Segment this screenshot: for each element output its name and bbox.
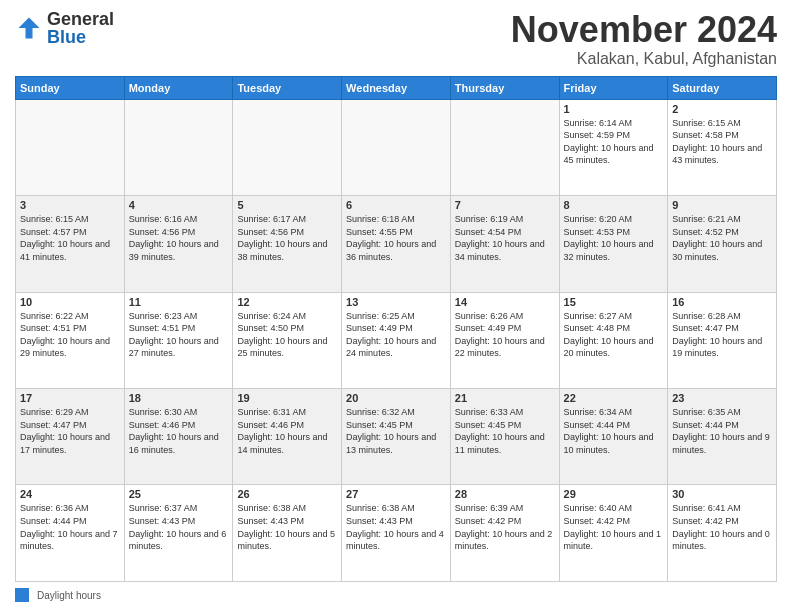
day-number: 26 xyxy=(237,488,337,500)
table-row: 12Sunrise: 6:24 AM Sunset: 4:50 PM Dayli… xyxy=(233,292,342,388)
calendar-table: Sunday Monday Tuesday Wednesday Thursday… xyxy=(15,76,777,582)
day-detail: Sunrise: 6:35 AM Sunset: 4:44 PM Dayligh… xyxy=(672,406,772,456)
day-detail: Sunrise: 6:19 AM Sunset: 4:54 PM Dayligh… xyxy=(455,213,555,263)
day-detail: Sunrise: 6:33 AM Sunset: 4:45 PM Dayligh… xyxy=(455,406,555,456)
table-row: 20Sunrise: 6:32 AM Sunset: 4:45 PM Dayli… xyxy=(342,389,451,485)
table-row: 2Sunrise: 6:15 AM Sunset: 4:58 PM Daylig… xyxy=(668,99,777,195)
table-row: 15Sunrise: 6:27 AM Sunset: 4:48 PM Dayli… xyxy=(559,292,668,388)
table-row: 21Sunrise: 6:33 AM Sunset: 4:45 PM Dayli… xyxy=(450,389,559,485)
table-row: 8Sunrise: 6:20 AM Sunset: 4:53 PM Daylig… xyxy=(559,196,668,292)
calendar-week-row: 1Sunrise: 6:14 AM Sunset: 4:59 PM Daylig… xyxy=(16,99,777,195)
day-detail: Sunrise: 6:15 AM Sunset: 4:58 PM Dayligh… xyxy=(672,117,772,167)
table-row: 9Sunrise: 6:21 AM Sunset: 4:52 PM Daylig… xyxy=(668,196,777,292)
day-number: 2 xyxy=(672,103,772,115)
day-number: 16 xyxy=(672,296,772,308)
table-row: 6Sunrise: 6:18 AM Sunset: 4:55 PM Daylig… xyxy=(342,196,451,292)
table-row: 5Sunrise: 6:17 AM Sunset: 4:56 PM Daylig… xyxy=(233,196,342,292)
day-detail: Sunrise: 6:32 AM Sunset: 4:45 PM Dayligh… xyxy=(346,406,446,456)
day-number: 15 xyxy=(564,296,664,308)
day-detail: Sunrise: 6:34 AM Sunset: 4:44 PM Dayligh… xyxy=(564,406,664,456)
col-tuesday: Tuesday xyxy=(233,76,342,99)
day-number: 4 xyxy=(129,199,229,211)
table-row xyxy=(450,99,559,195)
title-block: November 2024 Kalakan, Kabul, Afghanista… xyxy=(511,10,777,68)
day-number: 27 xyxy=(346,488,446,500)
day-number: 11 xyxy=(129,296,229,308)
day-detail: Sunrise: 6:36 AM Sunset: 4:44 PM Dayligh… xyxy=(20,502,120,552)
calendar-header-row: Sunday Monday Tuesday Wednesday Thursday… xyxy=(16,76,777,99)
page: General Blue November 2024 Kalakan, Kabu… xyxy=(0,0,792,612)
day-detail: Sunrise: 6:14 AM Sunset: 4:59 PM Dayligh… xyxy=(564,117,664,167)
calendar-week-row: 17Sunrise: 6:29 AM Sunset: 4:47 PM Dayli… xyxy=(16,389,777,485)
day-number: 25 xyxy=(129,488,229,500)
day-detail: Sunrise: 6:26 AM Sunset: 4:49 PM Dayligh… xyxy=(455,310,555,360)
col-monday: Monday xyxy=(124,76,233,99)
table-row: 26Sunrise: 6:38 AM Sunset: 4:43 PM Dayli… xyxy=(233,485,342,582)
day-detail: Sunrise: 6:38 AM Sunset: 4:43 PM Dayligh… xyxy=(237,502,337,552)
day-number: 19 xyxy=(237,392,337,404)
day-detail: Sunrise: 6:20 AM Sunset: 4:53 PM Dayligh… xyxy=(564,213,664,263)
day-number: 1 xyxy=(564,103,664,115)
col-wednesday: Wednesday xyxy=(342,76,451,99)
table-row: 3Sunrise: 6:15 AM Sunset: 4:57 PM Daylig… xyxy=(16,196,125,292)
logo-general: General xyxy=(47,9,114,29)
day-number: 14 xyxy=(455,296,555,308)
day-number: 29 xyxy=(564,488,664,500)
day-detail: Sunrise: 6:21 AM Sunset: 4:52 PM Dayligh… xyxy=(672,213,772,263)
table-row: 27Sunrise: 6:38 AM Sunset: 4:43 PM Dayli… xyxy=(342,485,451,582)
legend-box xyxy=(15,588,29,602)
table-row: 30Sunrise: 6:41 AM Sunset: 4:42 PM Dayli… xyxy=(668,485,777,582)
day-detail: Sunrise: 6:23 AM Sunset: 4:51 PM Dayligh… xyxy=(129,310,229,360)
header: General Blue November 2024 Kalakan, Kabu… xyxy=(15,10,777,68)
day-number: 3 xyxy=(20,199,120,211)
day-number: 9 xyxy=(672,199,772,211)
day-number: 6 xyxy=(346,199,446,211)
table-row: 13Sunrise: 6:25 AM Sunset: 4:49 PM Dayli… xyxy=(342,292,451,388)
day-number: 20 xyxy=(346,392,446,404)
day-number: 5 xyxy=(237,199,337,211)
table-row: 18Sunrise: 6:30 AM Sunset: 4:46 PM Dayli… xyxy=(124,389,233,485)
logo: General Blue xyxy=(15,10,114,46)
table-row xyxy=(124,99,233,195)
day-detail: Sunrise: 6:41 AM Sunset: 4:42 PM Dayligh… xyxy=(672,502,772,552)
day-detail: Sunrise: 6:27 AM Sunset: 4:48 PM Dayligh… xyxy=(564,310,664,360)
logo-text: General Blue xyxy=(47,10,114,46)
table-row: 22Sunrise: 6:34 AM Sunset: 4:44 PM Dayli… xyxy=(559,389,668,485)
day-number: 28 xyxy=(455,488,555,500)
table-row xyxy=(16,99,125,195)
table-row: 14Sunrise: 6:26 AM Sunset: 4:49 PM Dayli… xyxy=(450,292,559,388)
logo-icon xyxy=(15,14,43,42)
day-number: 17 xyxy=(20,392,120,404)
svg-marker-0 xyxy=(19,18,40,39)
table-row: 4Sunrise: 6:16 AM Sunset: 4:56 PM Daylig… xyxy=(124,196,233,292)
table-row: 23Sunrise: 6:35 AM Sunset: 4:44 PM Dayli… xyxy=(668,389,777,485)
day-number: 23 xyxy=(672,392,772,404)
day-detail: Sunrise: 6:28 AM Sunset: 4:47 PM Dayligh… xyxy=(672,310,772,360)
day-number: 24 xyxy=(20,488,120,500)
day-number: 30 xyxy=(672,488,772,500)
day-detail: Sunrise: 6:22 AM Sunset: 4:51 PM Dayligh… xyxy=(20,310,120,360)
day-detail: Sunrise: 6:16 AM Sunset: 4:56 PM Dayligh… xyxy=(129,213,229,263)
day-number: 12 xyxy=(237,296,337,308)
table-row xyxy=(342,99,451,195)
day-detail: Sunrise: 6:24 AM Sunset: 4:50 PM Dayligh… xyxy=(237,310,337,360)
table-row: 25Sunrise: 6:37 AM Sunset: 4:43 PM Dayli… xyxy=(124,485,233,582)
day-number: 18 xyxy=(129,392,229,404)
table-row xyxy=(233,99,342,195)
col-sunday: Sunday xyxy=(16,76,125,99)
day-detail: Sunrise: 6:38 AM Sunset: 4:43 PM Dayligh… xyxy=(346,502,446,552)
calendar-week-row: 10Sunrise: 6:22 AM Sunset: 4:51 PM Dayli… xyxy=(16,292,777,388)
location: Kalakan, Kabul, Afghanistan xyxy=(511,50,777,68)
table-row: 17Sunrise: 6:29 AM Sunset: 4:47 PM Dayli… xyxy=(16,389,125,485)
table-row: 24Sunrise: 6:36 AM Sunset: 4:44 PM Dayli… xyxy=(16,485,125,582)
calendar-week-row: 24Sunrise: 6:36 AM Sunset: 4:44 PM Dayli… xyxy=(16,485,777,582)
logo-blue: Blue xyxy=(47,27,86,47)
day-detail: Sunrise: 6:37 AM Sunset: 4:43 PM Dayligh… xyxy=(129,502,229,552)
table-row: 29Sunrise: 6:40 AM Sunset: 4:42 PM Dayli… xyxy=(559,485,668,582)
day-detail: Sunrise: 6:17 AM Sunset: 4:56 PM Dayligh… xyxy=(237,213,337,263)
day-number: 7 xyxy=(455,199,555,211)
day-detail: Sunrise: 6:15 AM Sunset: 4:57 PM Dayligh… xyxy=(20,213,120,263)
day-detail: Sunrise: 6:29 AM Sunset: 4:47 PM Dayligh… xyxy=(20,406,120,456)
table-row: 16Sunrise: 6:28 AM Sunset: 4:47 PM Dayli… xyxy=(668,292,777,388)
calendar-week-row: 3Sunrise: 6:15 AM Sunset: 4:57 PM Daylig… xyxy=(16,196,777,292)
